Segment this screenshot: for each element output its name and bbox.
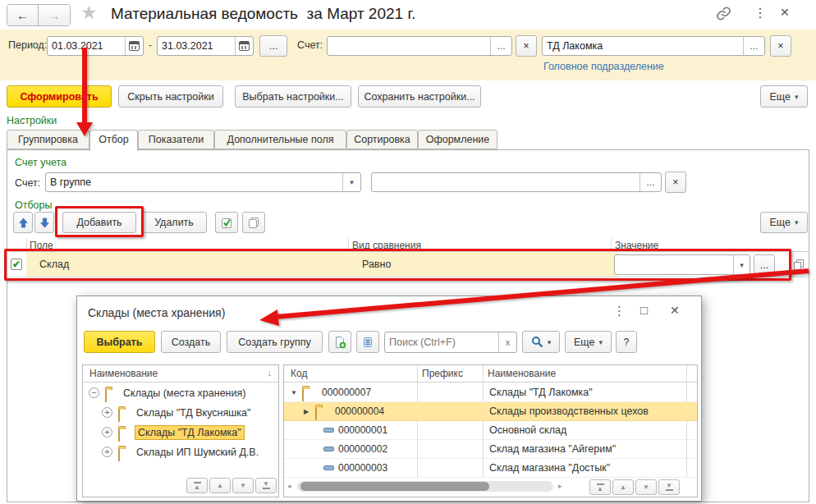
help-button[interactable]: ? (616, 331, 637, 353)
account-value-field[interactable]: ... (371, 172, 662, 192)
tree-item[interactable]: − Склады (места хранения) (83, 383, 278, 403)
folder-icon (118, 409, 120, 422)
expand-icon[interactable]: + (102, 447, 112, 457)
tab-sorting[interactable]: Сортировка (346, 130, 418, 149)
check-all-button[interactable] (215, 212, 238, 233)
account-condition-input[interactable] (46, 173, 342, 191)
hide-settings-button[interactable]: Скрыть настройки (118, 85, 223, 108)
choose-settings-button[interactable]: Выбрать настройки... (235, 85, 351, 108)
delete-filter-button[interactable]: Удалить (141, 212, 207, 233)
add-filter-button[interactable]: Добавить (62, 212, 136, 233)
filter-value-field[interactable]: ▾ (614, 254, 750, 275)
search-field[interactable]: x (384, 332, 517, 353)
compare-pages-icon[interactable] (793, 259, 805, 273)
scroll-up-button[interactable]: ▲ (209, 478, 231, 493)
window-more-icon[interactable]: ⋮ (754, 5, 767, 21)
period-options-button[interactable]: ... (259, 35, 287, 57)
account-clear-button[interactable]: × (516, 35, 537, 57)
scroll-down-button[interactable]: ▼ (232, 478, 254, 493)
save-settings-button[interactable]: Сохранить настройки... (358, 85, 481, 108)
organization-field[interactable]: ... (542, 36, 765, 56)
period-from-input[interactable] (48, 37, 125, 55)
search-input[interactable] (385, 332, 498, 352)
history-nav[interactable]: ← → (7, 4, 71, 26)
list-view-button[interactable] (356, 331, 379, 353)
back-button[interactable]: ← (7, 5, 39, 25)
filter-row-checkbox[interactable]: ✔ (11, 259, 22, 270)
favorite-star-icon[interactable]: ★ (80, 2, 98, 24)
table-row[interactable]: 000000003 Склад магазина "Достык" (284, 459, 697, 478)
dialog-select-button[interactable]: Выбрать (84, 331, 155, 353)
horizontal-scrollbar-thumb[interactable] (300, 482, 489, 491)
report-more-button[interactable]: Еще▾ (760, 85, 808, 108)
table-row[interactable]: 000000002 Склад магазина "Айгерим" (284, 440, 697, 459)
filter-value-input[interactable] (615, 255, 733, 274)
scroll-first-button[interactable]: ▲ (589, 479, 611, 495)
forward-button[interactable]: → (39, 5, 70, 25)
dialog-create-group-button[interactable]: Создать группу (227, 331, 323, 353)
organization-input[interactable] (543, 37, 743, 55)
tab-appearance[interactable]: Оформление (418, 130, 497, 149)
tree-open-icon[interactable]: ▼ (291, 389, 297, 396)
organization-clear-button[interactable]: × (770, 35, 791, 57)
account-input[interactable] (328, 37, 490, 55)
organization-choose-icon[interactable]: ... (743, 37, 764, 55)
account-value-input[interactable] (372, 173, 640, 191)
uncheck-all-button[interactable] (242, 212, 265, 233)
account-label: Счет: (297, 39, 323, 51)
table-row-selected[interactable]: ▶ 000000004 Склады производственных цехо… (284, 402, 697, 421)
expand-icon[interactable]: + (102, 427, 112, 438)
scroll-last-button[interactable]: ▼ (255, 478, 277, 493)
scroll-first-button[interactable]: ▲ (186, 478, 208, 493)
create-new-item-button[interactable] (328, 331, 351, 353)
account-choose-icon[interactable]: ... (490, 37, 511, 55)
dialog-more-icon[interactable]: ⋮ (613, 304, 626, 318)
dialog-create-button[interactable]: Создать (161, 331, 221, 353)
scroll-down-button[interactable]: ▼ (635, 479, 657, 495)
get-link-icon[interactable] (716, 6, 731, 24)
dialog-more-button[interactable]: Еще▾ (565, 331, 612, 353)
account-value-choose-icon[interactable]: ... (640, 173, 661, 191)
search-options-button[interactable]: ▾ (522, 331, 560, 353)
filter-value-choose-button[interactable]: ... (754, 254, 775, 275)
tree-closed-icon[interactable]: ▶ (304, 408, 309, 415)
scroll-right-icon[interactable]: ▸ (558, 482, 562, 490)
calendar-icon[interactable] (235, 37, 253, 55)
table-row[interactable]: 000000001 Основной склад (284, 421, 697, 440)
scroll-last-button[interactable]: ▼ (658, 479, 680, 495)
chevron-down-icon[interactable]: ▾ (342, 173, 360, 191)
table-row[interactable]: ▼ 000000007 Склады "ТД Лакомка" (284, 383, 697, 402)
period-to-input[interactable] (158, 37, 235, 55)
period-from-field[interactable] (47, 36, 144, 56)
tree-item[interactable]: + Склады ИП Шумский Д.В. (83, 442, 278, 462)
chevron-down-icon[interactable]: ▾ (733, 255, 750, 274)
collapse-icon[interactable]: − (89, 387, 99, 398)
period-to-field[interactable] (157, 36, 254, 56)
division-link[interactable]: Головное подразделение (543, 61, 664, 72)
tab-additional-fields[interactable]: Дополнительные поля (214, 130, 346, 149)
dialog-maximize-icon[interactable]: □ (640, 303, 648, 317)
account-field[interactable]: ... (327, 36, 512, 56)
table-header[interactable]: Код Префикс Наименование (284, 365, 697, 383)
tree-item[interactable]: + Склады "ТД Вкусняшка" (83, 403, 278, 423)
tab-filter[interactable]: Отбор (89, 130, 138, 151)
scroll-up-button[interactable]: ▲ (612, 479, 634, 495)
window-close-icon[interactable]: ✕ (780, 6, 790, 19)
tab-grouping[interactable]: Группировка (7, 130, 89, 149)
scroll-left-icon[interactable]: ◂ (287, 482, 291, 490)
tree-header[interactable]: Наименование ↓ (83, 365, 278, 383)
document-add-icon (333, 336, 346, 349)
dialog-close-icon[interactable]: ✕ (670, 304, 680, 317)
horizontal-scrollbar-track[interactable] (297, 481, 553, 492)
tab-indicators[interactable]: Показатели (138, 130, 214, 149)
generate-button[interactable]: Сформировать (7, 85, 112, 108)
account-value-clear-button[interactable]: × (665, 172, 686, 193)
filters-more-button[interactable]: Еще▾ (760, 212, 808, 233)
calendar-icon[interactable] (125, 37, 143, 55)
account-condition-combo[interactable]: ▾ (45, 172, 361, 192)
expand-icon[interactable]: + (102, 407, 112, 418)
tree-item[interactable]: + Склады "ТД Лакомка" (83, 423, 278, 442)
move-up-button[interactable] (13, 212, 33, 233)
search-clear-icon[interactable]: x (498, 332, 516, 352)
move-down-button[interactable] (34, 212, 54, 233)
